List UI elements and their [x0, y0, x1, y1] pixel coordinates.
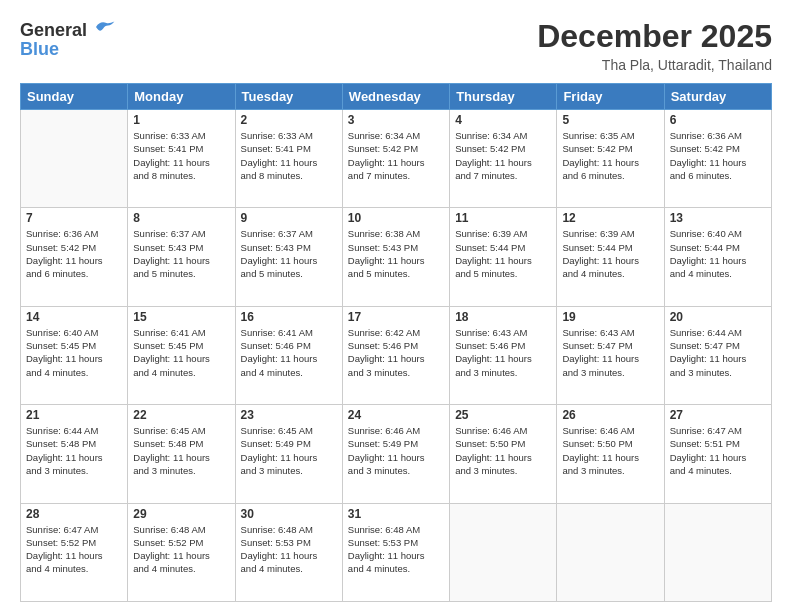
- page: General Blue December 2025 Tha Pla, Utta…: [0, 0, 792, 612]
- calendar-cell: 10Sunrise: 6:38 AMSunset: 5:43 PMDayligh…: [342, 208, 449, 306]
- day-number: 27: [670, 408, 766, 422]
- logo-general: General: [20, 20, 87, 40]
- calendar-header-tuesday: Tuesday: [235, 84, 342, 110]
- day-number: 30: [241, 507, 337, 521]
- day-info: Sunrise: 6:39 AMSunset: 5:44 PMDaylight:…: [562, 227, 658, 280]
- day-info: Sunrise: 6:39 AMSunset: 5:44 PMDaylight:…: [455, 227, 551, 280]
- day-number: 25: [455, 408, 551, 422]
- day-info: Sunrise: 6:44 AMSunset: 5:48 PMDaylight:…: [26, 424, 122, 477]
- calendar-header-sunday: Sunday: [21, 84, 128, 110]
- day-info: Sunrise: 6:37 AMSunset: 5:43 PMDaylight:…: [241, 227, 337, 280]
- logo-bird-icon: [92, 18, 116, 36]
- calendar-cell: 6Sunrise: 6:36 AMSunset: 5:42 PMDaylight…: [664, 110, 771, 208]
- calendar-cell: 29Sunrise: 6:48 AMSunset: 5:52 PMDayligh…: [128, 503, 235, 601]
- day-info: Sunrise: 6:45 AMSunset: 5:49 PMDaylight:…: [241, 424, 337, 477]
- day-number: 31: [348, 507, 444, 521]
- day-info: Sunrise: 6:47 AMSunset: 5:52 PMDaylight:…: [26, 523, 122, 576]
- day-number: 7: [26, 211, 122, 225]
- day-number: 16: [241, 310, 337, 324]
- day-number: 4: [455, 113, 551, 127]
- day-number: 28: [26, 507, 122, 521]
- day-info: Sunrise: 6:42 AMSunset: 5:46 PMDaylight:…: [348, 326, 444, 379]
- calendar-cell: 9Sunrise: 6:37 AMSunset: 5:43 PMDaylight…: [235, 208, 342, 306]
- sub-title: Tha Pla, Uttaradit, Thailand: [537, 57, 772, 73]
- calendar-cell: 16Sunrise: 6:41 AMSunset: 5:46 PMDayligh…: [235, 306, 342, 404]
- calendar-week-row: 1Sunrise: 6:33 AMSunset: 5:41 PMDaylight…: [21, 110, 772, 208]
- calendar-cell: 3Sunrise: 6:34 AMSunset: 5:42 PMDaylight…: [342, 110, 449, 208]
- calendar-header-friday: Friday: [557, 84, 664, 110]
- calendar-header-saturday: Saturday: [664, 84, 771, 110]
- day-info: Sunrise: 6:46 AMSunset: 5:49 PMDaylight:…: [348, 424, 444, 477]
- day-number: 26: [562, 408, 658, 422]
- calendar-table: SundayMondayTuesdayWednesdayThursdayFrid…: [20, 83, 772, 602]
- calendar-week-row: 21Sunrise: 6:44 AMSunset: 5:48 PMDayligh…: [21, 405, 772, 503]
- day-info: Sunrise: 6:40 AMSunset: 5:45 PMDaylight:…: [26, 326, 122, 379]
- calendar-cell: 18Sunrise: 6:43 AMSunset: 5:46 PMDayligh…: [450, 306, 557, 404]
- title-block: December 2025 Tha Pla, Uttaradit, Thaila…: [537, 18, 772, 73]
- calendar-cell: 24Sunrise: 6:46 AMSunset: 5:49 PMDayligh…: [342, 405, 449, 503]
- calendar-cell: [21, 110, 128, 208]
- calendar-cell: 28Sunrise: 6:47 AMSunset: 5:52 PMDayligh…: [21, 503, 128, 601]
- logo-blue: Blue: [20, 40, 59, 58]
- day-info: Sunrise: 6:36 AMSunset: 5:42 PMDaylight:…: [670, 129, 766, 182]
- day-info: Sunrise: 6:35 AMSunset: 5:42 PMDaylight:…: [562, 129, 658, 182]
- day-info: Sunrise: 6:46 AMSunset: 5:50 PMDaylight:…: [562, 424, 658, 477]
- day-info: Sunrise: 6:41 AMSunset: 5:45 PMDaylight:…: [133, 326, 229, 379]
- calendar-cell: [557, 503, 664, 601]
- day-info: Sunrise: 6:40 AMSunset: 5:44 PMDaylight:…: [670, 227, 766, 280]
- day-number: 5: [562, 113, 658, 127]
- day-number: 20: [670, 310, 766, 324]
- calendar-cell: 13Sunrise: 6:40 AMSunset: 5:44 PMDayligh…: [664, 208, 771, 306]
- calendar-cell: 5Sunrise: 6:35 AMSunset: 5:42 PMDaylight…: [557, 110, 664, 208]
- calendar-cell: 15Sunrise: 6:41 AMSunset: 5:45 PMDayligh…: [128, 306, 235, 404]
- calendar-week-row: 7Sunrise: 6:36 AMSunset: 5:42 PMDaylight…: [21, 208, 772, 306]
- calendar-header-thursday: Thursday: [450, 84, 557, 110]
- calendar-cell: 11Sunrise: 6:39 AMSunset: 5:44 PMDayligh…: [450, 208, 557, 306]
- calendar-cell: 22Sunrise: 6:45 AMSunset: 5:48 PMDayligh…: [128, 405, 235, 503]
- day-info: Sunrise: 6:33 AMSunset: 5:41 PMDaylight:…: [133, 129, 229, 182]
- day-info: Sunrise: 6:46 AMSunset: 5:50 PMDaylight:…: [455, 424, 551, 477]
- day-info: Sunrise: 6:37 AMSunset: 5:43 PMDaylight:…: [133, 227, 229, 280]
- calendar-cell: 27Sunrise: 6:47 AMSunset: 5:51 PMDayligh…: [664, 405, 771, 503]
- calendar-header-row: SundayMondayTuesdayWednesdayThursdayFrid…: [21, 84, 772, 110]
- day-number: 15: [133, 310, 229, 324]
- day-number: 19: [562, 310, 658, 324]
- day-number: 2: [241, 113, 337, 127]
- calendar-week-row: 28Sunrise: 6:47 AMSunset: 5:52 PMDayligh…: [21, 503, 772, 601]
- day-info: Sunrise: 6:43 AMSunset: 5:46 PMDaylight:…: [455, 326, 551, 379]
- day-number: 29: [133, 507, 229, 521]
- calendar-cell: 17Sunrise: 6:42 AMSunset: 5:46 PMDayligh…: [342, 306, 449, 404]
- calendar-cell: [664, 503, 771, 601]
- calendar-cell: 26Sunrise: 6:46 AMSunset: 5:50 PMDayligh…: [557, 405, 664, 503]
- main-title: December 2025: [537, 18, 772, 55]
- day-number: 18: [455, 310, 551, 324]
- day-number: 13: [670, 211, 766, 225]
- calendar-cell: 31Sunrise: 6:48 AMSunset: 5:53 PMDayligh…: [342, 503, 449, 601]
- day-number: 1: [133, 113, 229, 127]
- calendar-cell: 25Sunrise: 6:46 AMSunset: 5:50 PMDayligh…: [450, 405, 557, 503]
- day-info: Sunrise: 6:45 AMSunset: 5:48 PMDaylight:…: [133, 424, 229, 477]
- day-info: Sunrise: 6:34 AMSunset: 5:42 PMDaylight:…: [348, 129, 444, 182]
- day-number: 11: [455, 211, 551, 225]
- day-info: Sunrise: 6:43 AMSunset: 5:47 PMDaylight:…: [562, 326, 658, 379]
- calendar-header-wednesday: Wednesday: [342, 84, 449, 110]
- day-number: 10: [348, 211, 444, 225]
- day-info: Sunrise: 6:36 AMSunset: 5:42 PMDaylight:…: [26, 227, 122, 280]
- day-info: Sunrise: 6:48 AMSunset: 5:53 PMDaylight:…: [348, 523, 444, 576]
- calendar-cell: 21Sunrise: 6:44 AMSunset: 5:48 PMDayligh…: [21, 405, 128, 503]
- day-info: Sunrise: 6:34 AMSunset: 5:42 PMDaylight:…: [455, 129, 551, 182]
- header: General Blue December 2025 Tha Pla, Utta…: [20, 18, 772, 73]
- day-number: 3: [348, 113, 444, 127]
- calendar-cell: 7Sunrise: 6:36 AMSunset: 5:42 PMDaylight…: [21, 208, 128, 306]
- calendar-week-row: 14Sunrise: 6:40 AMSunset: 5:45 PMDayligh…: [21, 306, 772, 404]
- day-number: 9: [241, 211, 337, 225]
- calendar-cell: 12Sunrise: 6:39 AMSunset: 5:44 PMDayligh…: [557, 208, 664, 306]
- calendar-cell: [450, 503, 557, 601]
- day-number: 6: [670, 113, 766, 127]
- day-number: 21: [26, 408, 122, 422]
- day-info: Sunrise: 6:38 AMSunset: 5:43 PMDaylight:…: [348, 227, 444, 280]
- calendar-cell: 14Sunrise: 6:40 AMSunset: 5:45 PMDayligh…: [21, 306, 128, 404]
- day-info: Sunrise: 6:44 AMSunset: 5:47 PMDaylight:…: [670, 326, 766, 379]
- day-number: 14: [26, 310, 122, 324]
- day-number: 22: [133, 408, 229, 422]
